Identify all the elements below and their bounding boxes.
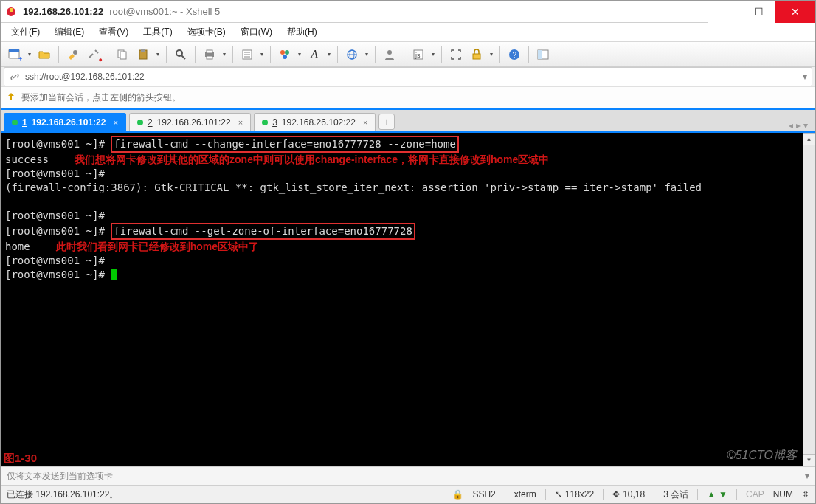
lock-dropdown[interactable]: ▾ bbox=[488, 45, 495, 64]
svg-rect-27 bbox=[473, 54, 480, 59]
session-tab-3[interactable]: 3 192.168.26.102:22 × bbox=[254, 113, 376, 131]
script-dropdown[interactable]: ▾ bbox=[429, 45, 437, 64]
status-lock-icon: 🔒 bbox=[452, 489, 463, 500]
svg-rect-8 bbox=[141, 49, 145, 52]
chevron-right-icon[interactable]: ▸ bbox=[796, 120, 801, 131]
menu-help[interactable]: 帮助(H) bbox=[283, 23, 322, 41]
status-size: ⤡ 118x22 bbox=[555, 489, 594, 500]
minimize-button[interactable]: — bbox=[708, 1, 741, 23]
paste-dropdown[interactable]: ▾ bbox=[154, 45, 162, 64]
maximize-icon: ☐ bbox=[754, 6, 764, 18]
status-cursor: ✥ 10,18 bbox=[612, 489, 645, 500]
chevron-down-icon[interactable]: ▾ bbox=[803, 120, 808, 131]
copy-button[interactable] bbox=[113, 45, 132, 64]
tab-close-icon[interactable]: × bbox=[113, 118, 117, 127]
new-session-dropdown[interactable]: ▾ bbox=[26, 45, 33, 64]
terminal-command-boxed: firewall-cmd --change-interface=eno16777… bbox=[111, 136, 459, 153]
color-scheme-dropdown[interactable]: ▾ bbox=[296, 45, 303, 64]
annotation-text: 此时我们看到网卡已经修改到home区域中了 bbox=[30, 241, 259, 252]
session-tab-2[interactable]: 2 192.168.26.101:22 × bbox=[129, 113, 251, 131]
font-button[interactable]: A bbox=[305, 45, 324, 64]
paste-button[interactable] bbox=[134, 45, 153, 64]
terminal-output: (firewall-config:3867): Gtk-CRITICAL **:… bbox=[5, 182, 702, 193]
chevron-down-icon[interactable]: ▾ bbox=[805, 471, 809, 481]
separator bbox=[337, 46, 338, 63]
terminal-prompt: [root@vms001 ~]# bbox=[5, 255, 111, 266]
separator bbox=[441, 46, 442, 63]
tab-strip: 1 192.168.26.101:22 × 2 192.168.26.101:2… bbox=[1, 108, 815, 131]
paste-icon bbox=[136, 48, 150, 61]
svg-point-9 bbox=[176, 50, 182, 56]
color-scheme-button[interactable] bbox=[275, 45, 294, 64]
bookmark-arrow-icon[interactable] bbox=[5, 92, 17, 103]
status-traffic-icon: ▲ ▼ bbox=[707, 489, 727, 500]
separator bbox=[499, 46, 500, 63]
printer-icon bbox=[203, 48, 216, 61]
svg-text:?: ? bbox=[513, 51, 517, 59]
cursor-pos-icon: ✥ bbox=[612, 489, 620, 500]
script-button[interactable]: js bbox=[409, 45, 428, 64]
separator bbox=[195, 46, 196, 63]
properties-dropdown[interactable]: ▾ bbox=[258, 45, 266, 64]
new-session-button[interactable]: ＋ bbox=[5, 45, 24, 64]
chevron-left-icon[interactable]: ◂ bbox=[789, 120, 793, 131]
font-dropdown[interactable]: ▾ bbox=[325, 45, 333, 64]
lock-button[interactable] bbox=[467, 45, 486, 64]
reconnect-button[interactable] bbox=[63, 45, 83, 64]
font-icon: A bbox=[311, 48, 317, 61]
menu-tabs[interactable]: 选项卡(B) bbox=[183, 23, 230, 41]
maximize-button[interactable]: ☐ bbox=[741, 1, 775, 23]
help-button[interactable]: ? bbox=[505, 45, 524, 64]
title-bar: 192.168.26.101:22 root@vms001:~ - Xshell… bbox=[1, 1, 815, 23]
copy-icon bbox=[116, 48, 129, 61]
properties-button[interactable] bbox=[238, 45, 257, 64]
app-icon bbox=[5, 6, 17, 18]
scroll-up-icon[interactable]: ▲ bbox=[803, 133, 815, 145]
fullscreen-icon bbox=[449, 48, 463, 61]
encoding-button[interactable] bbox=[342, 45, 362, 64]
menu-view[interactable]: 查看(V) bbox=[94, 23, 133, 41]
scroll-down-icon[interactable]: ▼ bbox=[803, 454, 815, 466]
menu-edit[interactable]: 编辑(E) bbox=[50, 23, 89, 41]
address-bar[interactable]: ssh://root@192.168.26.101:22 ▾ bbox=[4, 67, 812, 86]
print-dropdown[interactable]: ▾ bbox=[221, 45, 228, 64]
svg-point-4 bbox=[73, 50, 77, 55]
hint-bar: 要添加当前会话，点击左侧的箭头按钮。 bbox=[1, 86, 815, 108]
find-button[interactable] bbox=[171, 45, 190, 64]
status-bar: 已连接 192.168.26.101:22。 🔒 SSH2 xterm ⤡ 11… bbox=[1, 486, 815, 503]
menu-tools[interactable]: 工具(T) bbox=[139, 23, 176, 41]
svg-line-10 bbox=[181, 55, 185, 59]
encoding-dropdown[interactable]: ▾ bbox=[363, 45, 370, 64]
menu-file[interactable]: 文件(F) bbox=[7, 23, 44, 41]
toolbar: ＋ ▾ ● ▾ ▾ ▾ ▾ A ▾ ▾ js ▾ ▾ ? bbox=[1, 42, 815, 67]
tab-close-icon[interactable]: × bbox=[238, 118, 243, 127]
tab-label: 192.168.26.102:22 bbox=[282, 117, 356, 128]
user-button[interactable] bbox=[380, 45, 399, 64]
chevron-down-icon[interactable]: ▾ bbox=[803, 72, 807, 82]
svg-rect-13 bbox=[207, 56, 212, 59]
terminal-command-boxed: firewall-cmd --get-zone-of-interface=eno… bbox=[111, 223, 415, 240]
status-protocol: SSH2 bbox=[472, 489, 495, 500]
scroll-track[interactable] bbox=[803, 145, 815, 454]
disconnect-button[interactable]: ● bbox=[84, 45, 103, 64]
status-sessions: 3 会话 bbox=[663, 489, 688, 501]
terminal[interactable]: [root@vms001 ~]# firewall-cmd --change-i… bbox=[1, 133, 803, 466]
arrows-up-down-icon: ▼ bbox=[719, 489, 727, 500]
tab-number: 1 bbox=[22, 117, 27, 128]
open-session-button[interactable] bbox=[35, 45, 54, 64]
vertical-scrollbar[interactable]: ▲ ▼ bbox=[803, 133, 815, 466]
session-tab-1[interactable]: 1 192.168.26.101:22 × bbox=[4, 113, 126, 131]
print-button[interactable] bbox=[200, 45, 219, 64]
menu-bar: 文件(F) 编辑(E) 查看(V) 工具(T) 选项卡(B) 窗口(W) 帮助(… bbox=[1, 23, 815, 42]
svg-rect-31 bbox=[538, 50, 542, 59]
add-tab-button[interactable]: + bbox=[378, 114, 395, 130]
send-input-bar[interactable]: 仅将文本发送到当前选项卡 ▾ bbox=[1, 466, 815, 486]
user-icon bbox=[383, 48, 396, 61]
svg-point-24 bbox=[387, 50, 392, 55]
status-dot-icon bbox=[137, 120, 143, 125]
sessions-panel-button[interactable] bbox=[533, 45, 553, 64]
tab-close-icon[interactable]: × bbox=[363, 118, 367, 127]
menu-window[interactable]: 窗口(W) bbox=[236, 23, 277, 41]
fullscreen-button[interactable] bbox=[446, 45, 466, 64]
close-button[interactable]: ✕ bbox=[775, 1, 815, 23]
